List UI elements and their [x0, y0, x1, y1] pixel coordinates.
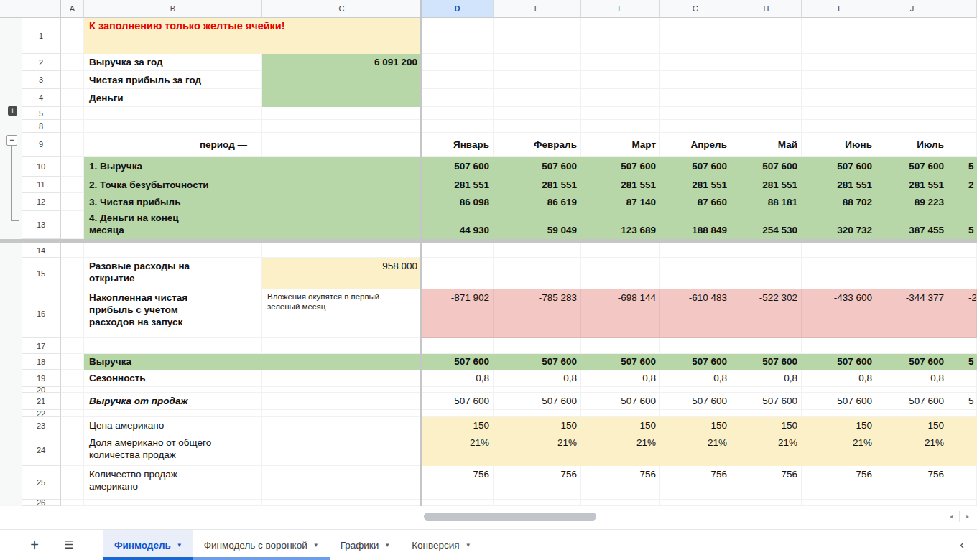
cell-A16[interactable]	[61, 289, 84, 338]
h-scrollbar-thumb[interactable]	[424, 513, 596, 521]
cell-F15[interactable]	[581, 258, 660, 289]
cell-F26[interactable]	[581, 500, 660, 506]
row-header-15[interactable]: 15	[22, 258, 61, 289]
cell-D13[interactable]: 44 930	[422, 211, 494, 239]
cell-D25[interactable]: 756	[422, 466, 494, 500]
cell-I19[interactable]: 0,8	[802, 370, 876, 387]
cell-I8[interactable]	[802, 120, 876, 133]
cell-F18[interactable]: 507 600	[581, 354, 660, 370]
row-header-25[interactable]: 25	[22, 466, 61, 500]
cell-E11[interactable]: 281 551	[494, 177, 581, 193]
chevron-down-icon[interactable]: ▼	[384, 542, 390, 549]
cell-A20[interactable]	[61, 387, 84, 393]
cell-J19[interactable]: 0,8	[876, 370, 948, 387]
cell-J17[interactable]	[876, 338, 948, 354]
row-header-19[interactable]: 19	[22, 370, 61, 387]
cell-D10[interactable]: 507 600	[422, 157, 494, 177]
row-header-24[interactable]: 24	[22, 434, 61, 466]
cell-J8[interactable]	[876, 120, 948, 133]
cell-B25[interactable]: Количество продаж американо	[84, 466, 262, 500]
row-header-20[interactable]: 20	[22, 387, 61, 393]
cell-G23[interactable]: 150	[660, 417, 731, 434]
cell-A23[interactable]	[61, 417, 84, 434]
cell-I18[interactable]: 507 600	[802, 354, 876, 370]
cell-H19[interactable]: 0,8	[731, 370, 802, 387]
cell-B17[interactable]	[84, 338, 262, 354]
cell-I13[interactable]: 320 732	[802, 211, 876, 239]
cell-I26[interactable]	[802, 500, 876, 506]
cell-H16[interactable]: -522 302	[731, 289, 802, 338]
cell-B15[interactable]: Разовые расходы на открытие	[84, 258, 262, 289]
cell-B24[interactable]: Доля американо от общего количества прод…	[84, 434, 262, 466]
cell-B23[interactable]: Цена американо	[84, 417, 262, 434]
cell-D2[interactable]	[422, 54, 494, 71]
cell-F13[interactable]: 123 689	[581, 211, 660, 239]
cell-C26[interactable]	[262, 500, 422, 506]
cell-C20[interactable]	[262, 387, 422, 393]
cell-F4[interactable]	[581, 89, 660, 107]
cell-E5[interactable]	[494, 107, 581, 120]
cell-C9[interactable]	[262, 133, 422, 157]
cell-H24[interactable]: 21%	[731, 434, 802, 466]
cell-I3[interactable]	[802, 71, 876, 89]
cell-I17[interactable]	[802, 338, 876, 354]
cell-K13[interactable]: 5	[948, 211, 977, 239]
cell-K24[interactable]	[948, 434, 977, 466]
cell-H2[interactable]	[731, 54, 802, 71]
cell-D8[interactable]	[422, 120, 494, 133]
cell-C15[interactable]: 958 000	[262, 258, 422, 289]
column-header-C[interactable]: C	[262, 0, 422, 18]
cell-J9[interactable]: Июль	[876, 133, 948, 157]
cell-I11[interactable]: 281 551	[802, 177, 876, 193]
scroll-right-arrow-icon[interactable]: ▸	[960, 511, 976, 522]
row-header-22[interactable]: 22	[22, 410, 61, 417]
cell-G10[interactable]: 507 600	[660, 157, 731, 177]
cell-B2[interactable]: Выручка за год	[84, 54, 262, 71]
cell-C19[interactable]	[262, 370, 422, 387]
cell-J16[interactable]: -344 377	[876, 289, 948, 338]
cell-K23[interactable]	[948, 417, 977, 434]
all-sheets-button[interactable]: ☰	[55, 530, 83, 560]
select-all-corner[interactable]	[0, 0, 61, 18]
cell-B19[interactable]: Сезонность	[84, 370, 262, 387]
column-header-B[interactable]: B	[84, 0, 262, 18]
cell-G18[interactable]: 507 600	[660, 354, 731, 370]
cell-H10[interactable]: 507 600	[731, 157, 802, 177]
cell-E8[interactable]	[494, 120, 581, 133]
cell-E14[interactable]	[494, 243, 581, 258]
cell-J20[interactable]	[876, 387, 948, 393]
cell-F25[interactable]: 756	[581, 466, 660, 500]
cell-C22[interactable]	[262, 410, 422, 417]
cell-F1[interactable]	[581, 18, 660, 54]
frozen-column-divider[interactable]	[420, 0, 422, 506]
cell-A9[interactable]	[61, 133, 84, 157]
cell-F20[interactable]	[581, 387, 660, 393]
cell-A26[interactable]	[61, 500, 84, 506]
cell-C8[interactable]	[262, 120, 422, 133]
cell-A15[interactable]	[61, 258, 84, 289]
cell-C5[interactable]	[262, 107, 422, 120]
cell-E18[interactable]: 507 600	[494, 354, 581, 370]
cell-C3[interactable]	[262, 71, 422, 89]
cell-B10[interactable]: 1. Выручка	[84, 157, 422, 177]
cell-B5[interactable]	[84, 107, 262, 120]
cell-F9[interactable]: Март	[581, 133, 660, 157]
cell-I12[interactable]: 88 702	[802, 193, 876, 211]
cell-A11[interactable]	[61, 177, 84, 193]
scroll-left-arrow-icon[interactable]: ◂	[943, 511, 960, 522]
cell-J18[interactable]: 507 600	[876, 354, 948, 370]
cell-K14[interactable]	[948, 243, 977, 258]
cell-J21[interactable]: 507 600	[876, 393, 948, 410]
cell-G13[interactable]: 188 849	[660, 211, 731, 239]
cell-B16[interactable]: Накопленная чистая прибыль с учетом расх…	[84, 289, 262, 338]
cell-K16[interactable]: -2	[948, 289, 977, 338]
cell-K9[interactable]	[948, 133, 977, 157]
cell-C25[interactable]	[262, 466, 422, 500]
collapse-panel-icon[interactable]: ‹	[960, 530, 977, 560]
cell-G16[interactable]: -610 483	[660, 289, 731, 338]
row-header-10[interactable]: 10	[22, 157, 61, 177]
cell-C4[interactable]	[262, 89, 422, 107]
cell-E20[interactable]	[494, 387, 581, 393]
cell-G5[interactable]	[660, 107, 731, 120]
cell-G20[interactable]	[660, 387, 731, 393]
